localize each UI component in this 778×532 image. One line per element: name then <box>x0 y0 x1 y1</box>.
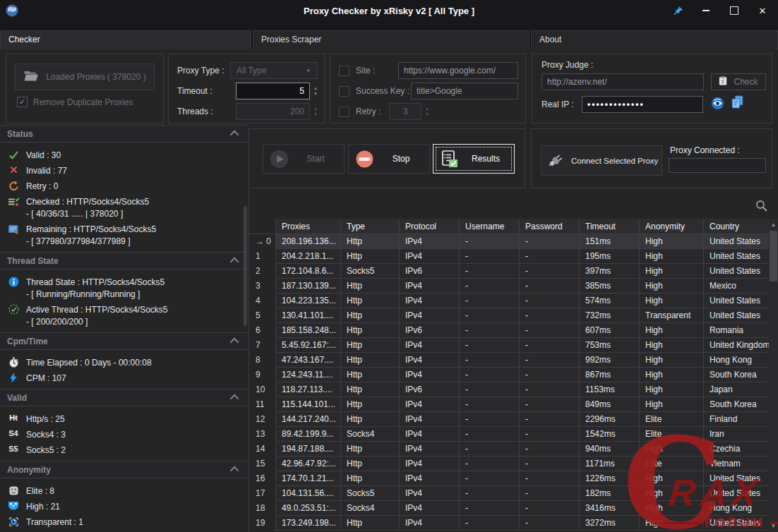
table-row[interactable]: →0208.196.136...HttpIPv4--151msHighUnite… <box>249 234 770 249</box>
cell-timeout: 1171ms <box>580 457 640 471</box>
close-button[interactable]: ✕ <box>748 1 777 20</box>
timeout-input[interactable] <box>236 83 310 99</box>
threads-input[interactable] <box>236 103 310 120</box>
section-header-cpm-time[interactable]: Cpm/Time <box>0 332 249 350</box>
column-header-type[interactable]: Type <box>341 219 400 234</box>
cell-proto: IPv6 <box>400 264 460 279</box>
cell-type: Http <box>341 323 400 338</box>
retry-spinner[interactable]: ▲▼ <box>425 107 429 116</box>
real-ip-input[interactable] <box>582 96 703 113</box>
column-header-country[interactable]: Country <box>704 219 770 234</box>
search-icon[interactable] <box>755 200 767 214</box>
section-header-valid[interactable]: Valid <box>0 389 249 406</box>
cell-user: - <box>460 338 520 353</box>
table-row[interactable]: 4104.223.135...HttpIPv4--574msHighUnited… <box>249 294 770 308</box>
cell-proxy: 204.2.218.1... <box>276 249 341 264</box>
table-row[interactable]: 6185.158.248...HttpIPv6--607msHighRomani… <box>249 323 770 338</box>
copy-ip-icon[interactable] <box>731 95 743 109</box>
start-button[interactable]: Start <box>263 144 345 174</box>
results-button[interactable]: Results <box>433 144 515 174</box>
results-list-icon <box>440 150 459 171</box>
minimize-button[interactable] <box>692 1 720 20</box>
stop-button[interactable]: Stop <box>348 144 430 174</box>
table-row[interactable]: 1542.96.47.92:...HttpIPv4--1171msEliteVi… <box>249 457 770 471</box>
loaded-proxies-button[interactable]: Loaded Proxies ( 378020 ) <box>15 64 155 90</box>
tab-strip: Checker Proxies Scraper About <box>0 30 778 49</box>
proxy-connected-label: Proxy Connected : <box>670 145 740 155</box>
tab-checker[interactable]: Checker <box>0 30 251 49</box>
table-row[interactable]: 3187.130.139...HttpIPv4--385msHighMexico <box>249 279 770 294</box>
connect-selected-proxy-button[interactable]: Connect Selected Proxy <box>541 145 662 176</box>
check-button[interactable]: Check <box>711 73 766 90</box>
cell-proxy: 124.243.11.... <box>276 368 341 382</box>
retry-checkbox[interactable] <box>339 107 349 117</box>
collapse-chevron-icon[interactable] <box>230 131 239 140</box>
proxy-connected-input[interactable] <box>669 158 766 173</box>
cell-anon: High <box>640 486 704 501</box>
table-row[interactable]: 19173.249.198...HttpIPv4--3272msHighUnit… <box>249 516 770 531</box>
reveal-ip-eye-icon[interactable] <box>711 97 724 110</box>
table-row[interactable]: 1204.2.218.1...HttpIPv4--195msHighUnited… <box>249 249 770 264</box>
table-row[interactable]: 16174.70.1.21...HttpIPv4--1226msHighUnit… <box>249 471 770 486</box>
table-row[interactable]: 10118.27.113....HttpIPv6--1153msHighJapa… <box>249 382 770 397</box>
maximize-button[interactable] <box>720 1 748 20</box>
collapse-chevron-icon[interactable] <box>230 338 239 347</box>
table-row[interactable]: 14194.87.188....HttpIPv4--940msHighCzech… <box>249 442 770 457</box>
status-item: Active Thread : HTTP/Socks4/Socks5- [ 20… <box>6 303 244 328</box>
sidebar-scrollbar-thumb[interactable] <box>244 206 247 326</box>
table-row[interactable]: 1389.42.199.9...Socks4IPv4--1542msEliteI… <box>249 427 770 442</box>
column-header-anonymity[interactable]: Anonymity <box>640 219 704 234</box>
section-items: Time Elapsed : 0 Days - 00:00:08CPM : 10… <box>0 350 249 389</box>
site-input[interactable] <box>398 62 518 79</box>
section-header-anonymity[interactable]: Anonymity <box>0 461 249 478</box>
section-header-thread-state[interactable]: Thread State <box>0 252 249 270</box>
table-row[interactable]: 17104.131.56....Socks5IPv4--182msHighUni… <box>249 486 770 501</box>
cell-pass: - <box>520 442 580 457</box>
table-row[interactable]: 2172.104.8.6...Socks5IPv6--397msHighUnit… <box>249 264 770 279</box>
column-header-username[interactable]: Username <box>460 219 520 234</box>
tab-about[interactable]: About <box>531 30 778 49</box>
scroll-up-icon[interactable]: ▲ <box>769 220 778 229</box>
cell-pass: - <box>520 368 580 382</box>
cell-anon: Elite <box>640 457 704 471</box>
collapse-chevron-icon[interactable] <box>230 394 239 404</box>
section-header-status[interactable]: Status <box>0 125 249 143</box>
table-row[interactable]: 1849.0.253.51:...Socks4IPv4--3416msHighH… <box>249 501 770 516</box>
row-index: 11 <box>249 397 276 412</box>
table-row[interactable]: 5130.41.101....HttpIPv4--732msTransparen… <box>249 308 770 323</box>
column-header-proxies[interactable]: Proxies <box>276 219 341 234</box>
tab-proxies-scraper[interactable]: Proxies Scraper <box>253 30 529 49</box>
collapse-chevron-icon[interactable] <box>230 258 239 267</box>
table-row[interactable]: 75.45.92.167:...HttpIPv4--753msHighUnite… <box>249 338 770 353</box>
status-item: Time Elapsed : 0 Days - 00:00:08 <box>6 356 244 369</box>
table-row[interactable]: 847.243.167....HttpIPv4--992msHighHong K… <box>249 353 770 368</box>
connect-label: Connect Selected Proxy <box>571 157 658 165</box>
remaining-list-icon <box>6 222 20 235</box>
column-header-timeout[interactable]: Timeout <box>580 219 640 234</box>
invalid-cross-icon <box>6 164 20 174</box>
proxy-judge-input[interactable] <box>541 73 704 90</box>
table-row[interactable]: 12144.217.240...HttpIPv4--2296msEliteFin… <box>249 412 770 427</box>
site-checkbox[interactable] <box>339 66 349 76</box>
column-header-password[interactable]: Password <box>520 219 580 234</box>
retry-label: Retry : <box>356 107 381 116</box>
table-row[interactable]: 11115.144.101...HttpIPv4--849msHighSouth… <box>249 397 770 412</box>
success-key-checkbox[interactable] <box>339 86 349 97</box>
success-key-input[interactable] <box>411 83 518 99</box>
cell-country: United States <box>704 234 770 249</box>
cell-type: Http <box>341 382 400 397</box>
column-header-protocol[interactable]: Protocol <box>400 219 460 234</box>
timeout-spinner[interactable]: ▲▼ <box>313 86 318 96</box>
cell-user: - <box>460 249 520 264</box>
remove-duplicates-checkbox[interactable]: ✓ <box>17 97 28 107</box>
scroll-down-icon[interactable]: ▼ <box>769 521 778 531</box>
pin-icon[interactable] <box>664 1 692 20</box>
row-index: 8 <box>249 353 276 368</box>
table-row[interactable]: 9124.243.11....HttpIPv4--867msHighSouth … <box>249 368 770 382</box>
scrollbar-thumb[interactable] <box>770 231 777 282</box>
retry-input[interactable] <box>389 103 421 120</box>
proxy-type-select[interactable]: All Type ▼ <box>230 62 318 79</box>
collapse-chevron-icon[interactable] <box>230 466 239 476</box>
threads-spinner[interactable]: ▲▼ <box>313 107 318 116</box>
table-scrollbar[interactable]: ▲ ▼ <box>769 219 778 532</box>
